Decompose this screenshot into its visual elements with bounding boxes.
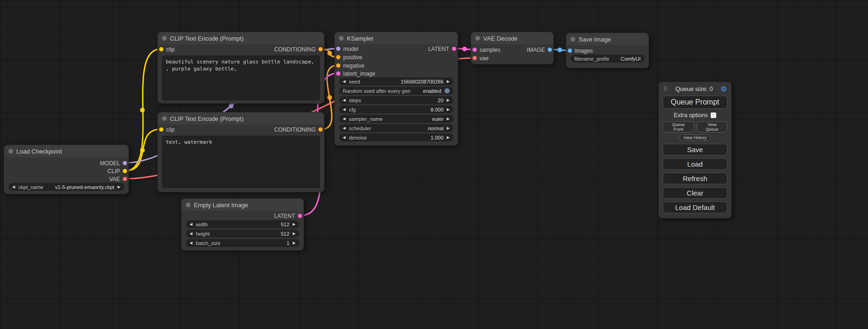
- denoise-widget[interactable]: ◀ denoise 1.000 ▶: [339, 133, 453, 141]
- batch-size-widget[interactable]: ◀ batch_size 1 ▶: [186, 239, 299, 247]
- load-default-button[interactable]: Load Default: [663, 202, 727, 213]
- latent-output-dot[interactable]: [298, 214, 302, 218]
- increment-arrow-icon[interactable]: ▶: [293, 241, 296, 245]
- refresh-button[interactable]: Refresh: [663, 173, 727, 184]
- steps-widget[interactable]: ◀ steps 20 ▶: [339, 96, 453, 104]
- vae-output-dot[interactable]: [123, 177, 127, 181]
- model-output-dot[interactable]: [123, 161, 127, 165]
- widget-value: 512: [281, 222, 289, 227]
- comfy-menu[interactable]: ⠿ Queue size: 0 ⚙ Queue Prompt Extra opt…: [658, 82, 732, 218]
- node-header[interactable]: CLIP Text Encode (Prompt): [158, 32, 324, 44]
- next-arrow-icon[interactable]: ▶: [447, 126, 450, 130]
- clip-input-dot[interactable]: [159, 127, 163, 132]
- latent-image-input-dot[interactable]: [336, 71, 340, 76]
- collapse-dot-icon[interactable]: [475, 36, 480, 41]
- extra-options-checkbox[interactable]: [711, 112, 716, 118]
- node-vae-decode[interactable]: VAE Decode samples IMAGE vae: [471, 32, 554, 64]
- node-title: KSampler: [347, 35, 374, 42]
- node-header[interactable]: Load Checkpoint: [4, 145, 128, 157]
- width-widget[interactable]: ◀ width 512 ▶: [186, 220, 299, 228]
- node-clip-text-encode-negative[interactable]: CLIP Text Encode (Prompt) clip CONDITION…: [157, 112, 325, 192]
- prev-arrow-icon[interactable]: ◀: [343, 126, 346, 130]
- toggle-knob[interactable]: [445, 88, 450, 93]
- queue-prompt-button[interactable]: Queue Prompt: [663, 96, 727, 109]
- clip-output-dot[interactable]: [123, 169, 127, 173]
- increment-arrow-icon[interactable]: ▶: [447, 107, 450, 112]
- decrement-arrow-icon[interactable]: ◀: [343, 107, 346, 112]
- queue-size-label: Queue size: 0: [675, 85, 713, 92]
- latent-output-dot[interactable]: [452, 47, 456, 51]
- decrement-arrow-icon[interactable]: ◀: [343, 135, 346, 140]
- samples-input-dot[interactable]: [473, 48, 477, 52]
- slot-label: images: [575, 48, 593, 54]
- prev-arrow-icon[interactable]: ◀: [343, 117, 346, 121]
- settings-gear-icon[interactable]: ⚙: [721, 85, 727, 92]
- output-slot-conditioning: CONDITIONING: [274, 46, 323, 52]
- next-arrow-icon[interactable]: ▶: [447, 117, 450, 121]
- save-button[interactable]: Save: [663, 144, 727, 155]
- decrement-arrow-icon[interactable]: ◀: [190, 231, 192, 236]
- slot-label: negative: [343, 63, 364, 69]
- seed-widget[interactable]: ◀ seed 156680208700286 ▶: [339, 77, 453, 85]
- collapse-dot-icon[interactable]: [8, 149, 13, 154]
- decrement-arrow-icon[interactable]: ◀: [190, 222, 192, 226]
- collapse-dot-icon[interactable]: [186, 203, 191, 207]
- collapse-dot-icon[interactable]: [571, 37, 575, 42]
- increment-arrow-icon[interactable]: ▶: [447, 98, 450, 102]
- positive-prompt-textarea[interactable]: beautiful scenery nature glass bottle la…: [162, 56, 320, 100]
- view-queue-button[interactable]: View Queue: [697, 121, 727, 133]
- view-history-button[interactable]: View History: [679, 134, 711, 141]
- node-header[interactable]: VAE Decode: [471, 32, 553, 44]
- decrement-arrow-icon[interactable]: ◀: [190, 241, 192, 245]
- node-save-image[interactable]: Save Image images filename_prefix ComfyU…: [566, 33, 649, 68]
- vae-input-dot[interactable]: [473, 56, 477, 60]
- next-arrow-icon[interactable]: ▶: [118, 185, 120, 189]
- filename-prefix-widget[interactable]: filename_prefix ComfyUI: [571, 55, 644, 63]
- node-header[interactable]: KSampler: [335, 32, 458, 44]
- node-clip-text-encode-positive[interactable]: CLIP Text Encode (Prompt) clip CONDITION…: [157, 32, 325, 104]
- random-seed-toggle-widget[interactable]: Random seed after every gen enabled: [339, 87, 453, 95]
- widget-value: enabled: [423, 88, 441, 94]
- decrement-arrow-icon[interactable]: ◀: [343, 79, 346, 84]
- prev-arrow-icon[interactable]: ◀: [12, 185, 15, 189]
- collapse-dot-icon[interactable]: [162, 116, 167, 121]
- collapse-dot-icon[interactable]: [162, 36, 167, 41]
- negative-input-dot[interactable]: [336, 63, 340, 68]
- cfg-widget[interactable]: ◀ cfg 8.000 ▶: [339, 105, 453, 113]
- clip-input-dot[interactable]: [159, 47, 163, 51]
- height-widget[interactable]: ◀ height 512 ▶: [186, 230, 299, 238]
- negative-prompt-textarea[interactable]: text, watermark: [162, 136, 320, 188]
- node-empty-latent-image[interactable]: Empty Latent Image LATENT ◀ width 512 ▶ …: [181, 198, 304, 251]
- output-slot-image: IMAGE: [527, 47, 552, 53]
- increment-arrow-icon[interactable]: ▶: [293, 222, 296, 226]
- image-output-dot[interactable]: [548, 48, 552, 52]
- conditioning-output-dot[interactable]: [318, 127, 323, 132]
- conditioning-output-dot[interactable]: [318, 47, 323, 51]
- scheduler-widget[interactable]: ◀ scheduler normal ▶: [339, 124, 453, 132]
- drag-handle-icon[interactable]: ⠿: [663, 85, 668, 92]
- decrement-arrow-icon[interactable]: ◀: [343, 98, 346, 102]
- node-header[interactable]: CLIP Text Encode (Prompt): [158, 112, 324, 125]
- node-load-checkpoint[interactable]: Load Checkpoint MODEL CLIP VAE ◀ ckpt_na…: [4, 145, 129, 194]
- output-slot-model: MODEL: [100, 160, 127, 166]
- increment-arrow-icon[interactable]: ▶: [447, 135, 450, 140]
- increment-arrow-icon[interactable]: ▶: [293, 231, 296, 236]
- load-button[interactable]: Load: [663, 158, 727, 170]
- node-header[interactable]: Save Image: [566, 33, 649, 45]
- node-header[interactable]: Empty Latent Image: [182, 199, 303, 211]
- node-ksampler[interactable]: KSampler model LATENT positive negative …: [334, 32, 458, 146]
- collapse-dot-icon[interactable]: [339, 36, 344, 41]
- clear-button[interactable]: Clear: [663, 187, 727, 199]
- ckpt-name-widget[interactable]: ◀ ckpt_name v1-5-pruned-emaonly.ckpt ▶: [8, 183, 124, 191]
- images-input-dot[interactable]: [568, 49, 572, 53]
- queue-front-button[interactable]: Queue Front: [663, 121, 694, 133]
- positive-input-dot[interactable]: [336, 55, 340, 59]
- increment-arrow-icon[interactable]: ▶: [447, 79, 450, 84]
- slot-label: samples: [480, 47, 501, 53]
- node-graph-canvas[interactable]: Load Checkpoint MODEL CLIP VAE ◀ ckpt_na…: [0, 0, 868, 329]
- sampler-name-widget[interactable]: ◀ sampler_name euler ▶: [339, 115, 453, 123]
- input-slot-model: model: [336, 46, 359, 52]
- model-input-dot[interactable]: [336, 47, 340, 51]
- widget-label: ckpt_name: [18, 184, 52, 190]
- widget-label: steps: [349, 98, 434, 103]
